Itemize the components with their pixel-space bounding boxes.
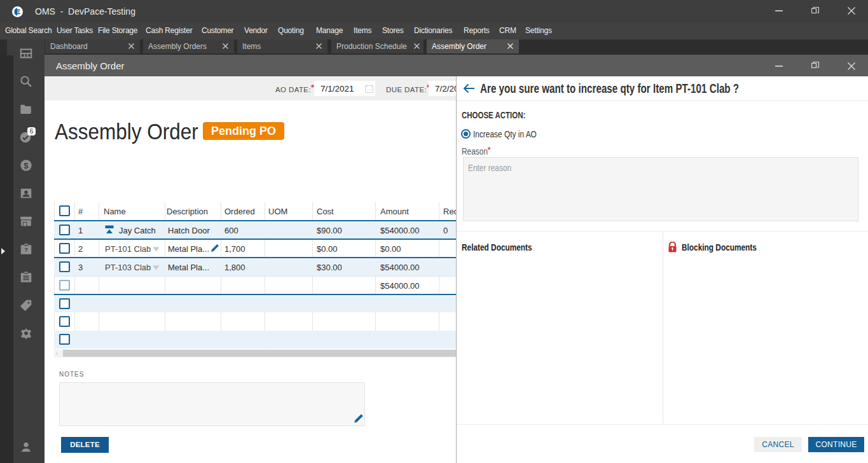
svg-text:$: $ [24,161,29,170]
svg-text:?: ? [24,246,28,253]
